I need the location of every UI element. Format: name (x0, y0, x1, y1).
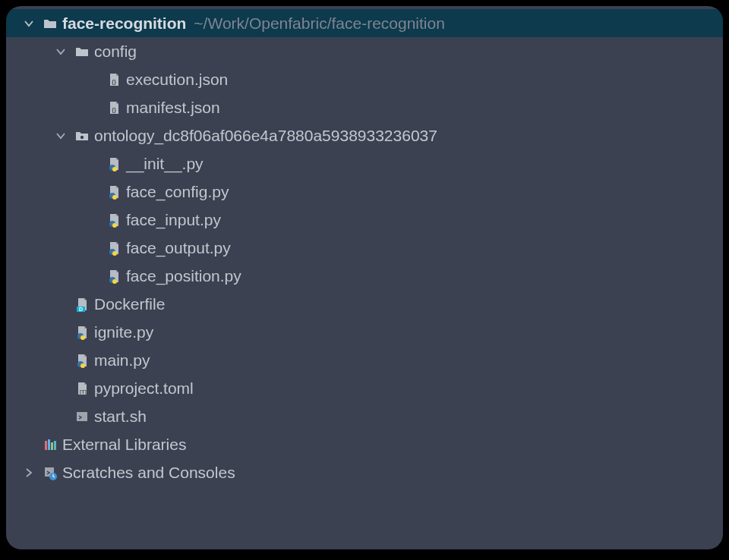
tree-row-config[interactable]: config (6, 37, 723, 65)
svg-rect-21 (45, 441, 47, 450)
svg-point-10 (112, 251, 117, 256)
shell-file-icon (74, 409, 94, 424)
tree-row-file[interactable]: D Dockerfile (6, 290, 723, 318)
python-file-icon (74, 325, 94, 340)
file-label: execution.json (126, 71, 228, 89)
svg-text:{}: {} (112, 78, 116, 85)
chevron-down-icon[interactable] (55, 130, 74, 142)
external-libs-icon (43, 437, 62, 452)
external-libs-label: External Libraries (62, 436, 186, 454)
tree-row-scratches[interactable]: Scratches and Consoles (6, 458, 723, 486)
tree-row-file[interactable]: {} execution.json (6, 65, 723, 93)
root-name: face-recognition (62, 14, 186, 33)
tree-row-ontology[interactable]: ontology_dc8f06af066e4a7880a593893323603… (6, 121, 723, 149)
chevron-down-icon[interactable] (55, 46, 74, 58)
svg-text:{}: {} (112, 106, 116, 113)
folder-icon (74, 44, 94, 59)
svg-point-4 (112, 167, 117, 171)
folder-label: config (94, 42, 137, 61)
svg-point-2 (80, 135, 84, 138)
chevron-right-icon[interactable] (23, 467, 43, 479)
file-label: pyproject.toml (94, 379, 194, 398)
svg-point-16 (80, 335, 85, 340)
svg-rect-23 (51, 442, 53, 450)
json-file-icon: {} (106, 72, 126, 87)
tree-row-file[interactable]: face_config.py (6, 178, 723, 206)
file-label: face_input.py (126, 211, 221, 229)
file-label: face_config.py (126, 183, 229, 201)
file-label: main.py (94, 351, 150, 370)
python-file-icon (74, 353, 94, 368)
toml-file-icon: [T] (74, 381, 94, 396)
python-file-icon (106, 212, 126, 228)
svg-rect-20 (77, 412, 87, 421)
tree-row-root[interactable]: face-recognition ~/Work/Openfabric/face-… (6, 9, 723, 37)
scratches-icon (43, 465, 62, 480)
svg-point-18 (80, 363, 85, 368)
package-folder-icon (74, 128, 94, 143)
file-label: face_position.py (126, 267, 241, 285)
folder-icon (43, 16, 62, 31)
python-file-icon (106, 241, 126, 256)
dockerfile-icon: D (74, 297, 94, 312)
svg-rect-22 (48, 439, 50, 450)
tree-row-file[interactable]: ignite.py (6, 318, 723, 346)
file-label: start.sh (94, 407, 147, 426)
tree-row-file[interactable]: start.sh (6, 402, 723, 430)
file-label: manifest.json (126, 99, 220, 117)
root-path: ~/Work/Openfabric/face-recognition (194, 14, 445, 33)
file-label: __init__.py (126, 155, 204, 173)
python-file-icon (106, 184, 126, 200)
file-label: face_output.py (126, 239, 231, 257)
svg-point-12 (112, 279, 117, 284)
tree-row-file[interactable]: face_position.py (6, 262, 723, 290)
tree-row-external-libs[interactable]: External Libraries (6, 430, 723, 458)
tree-row-file[interactable]: face_input.py (6, 206, 723, 234)
folder-label: ontology_dc8f06af066e4a7880a593893323603… (94, 127, 437, 145)
tree-row-file[interactable]: {} manifest.json (6, 93, 723, 121)
file-label: Dockerfile (94, 295, 165, 313)
tree-row-file[interactable]: face_output.py (6, 234, 723, 262)
svg-rect-24 (54, 441, 56, 450)
python-file-icon (106, 269, 126, 284)
svg-text:D: D (79, 307, 83, 312)
json-file-icon: {} (106, 100, 126, 115)
tree-row-file[interactable]: [T] pyproject.toml (6, 374, 723, 402)
scratches-label: Scratches and Consoles (62, 464, 235, 482)
project-tree-panel: face-recognition ~/Work/Openfabric/face-… (6, 6, 723, 549)
chevron-down-icon[interactable] (23, 17, 43, 30)
tree-row-file[interactable]: __init__.py (6, 149, 723, 178)
tree-row-file[interactable]: main.py (6, 346, 723, 374)
python-file-icon (106, 156, 126, 171)
svg-point-8 (112, 223, 117, 228)
svg-point-6 (112, 195, 117, 200)
file-label: ignite.py (94, 323, 153, 341)
svg-text:[T]: [T] (80, 389, 87, 395)
